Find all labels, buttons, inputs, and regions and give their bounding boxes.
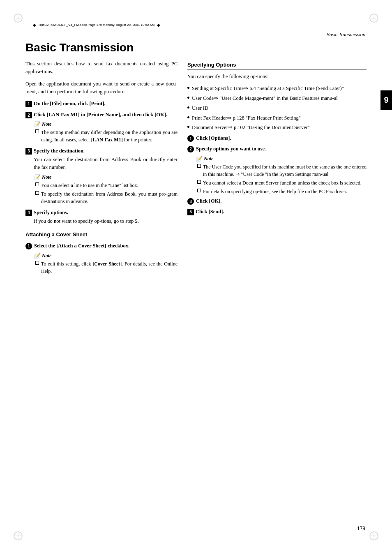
step-2-label: Click [LAN-Fax M1] in [Printer Name], an…: [34, 111, 178, 119]
right-sub-step-3: 3 Click [OK].: [187, 198, 367, 205]
step-3-num: 3: [25, 148, 32, 155]
spec-options-intro: You can specify the following op-tions:: [187, 73, 367, 81]
right-note-item-2-1: The User Code you specified for this mac…: [196, 163, 367, 178]
step-5-num: 5: [187, 209, 194, 215]
left-column: This section describes how to send fax d…: [25, 60, 178, 277]
bullet-item-5: Document Server⇒ p.102 "Us-ing the Docum…: [187, 124, 367, 132]
page-number: 179: [357, 526, 365, 531]
right-sub-step-1-num: 1: [187, 135, 194, 142]
right-sub-step-2: 2 Specify options you want to use.: [187, 145, 367, 153]
cover-sub-step-1: 1 Select the [Attach a Cover Sheet] chec…: [25, 242, 178, 250]
corner-mark-bl: [12, 530, 24, 542]
bullet-item-3: User ID: [187, 104, 367, 112]
note-title-3: 📝 Note: [34, 174, 178, 180]
step-1: 1 On the [File] menu, click [Print].: [25, 100, 178, 108]
bullet-text-4: Print Fax Header⇒ p.128 "Fax Header Prin…: [192, 114, 301, 122]
note-item-3-2: To specify the destination from Address …: [34, 190, 178, 205]
right-sub-step-3-num: 3: [187, 198, 194, 205]
right-note-checkbox-2-1: [197, 164, 201, 168]
cover-sheet-heading: Attaching a Cover Sheet: [25, 231, 178, 239]
bullet-text-5: Document Server⇒ p.102 "Us-ing the Docum…: [192, 124, 310, 132]
step-2: 2 Click [LAN-Fax M1] in [Printer Name], …: [25, 111, 178, 143]
specifying-options-heading: Specifying Options: [187, 62, 367, 69]
intro-p2: Open the application document you want t…: [25, 80, 178, 96]
right-note-checkbox-2-2: [197, 180, 201, 184]
step-2-note: 📝 Note The setting method may differ dep…: [34, 121, 178, 143]
note-item-cs-1: To edit this setting, click [Cover Sheet…: [34, 260, 178, 275]
note-text-cs-1: To edit this setting, click [Cover Sheet…: [41, 260, 178, 275]
right-note-item-2-2: You cannot select a Docu-ment Server fun…: [196, 179, 367, 187]
note-checkbox-cs-1: [35, 261, 39, 265]
step-3-body: You can select the destination from Addr…: [25, 156, 178, 172]
header-meta: ◆ RusC2FaxADEN-F_V4_FM.book Page 179 Mon…: [33, 23, 359, 27]
header-diamond: ◆: [33, 23, 36, 27]
step-2-num: 2: [25, 112, 32, 118]
note-item-3-1: You can select a line to use in the "Lin…: [34, 182, 178, 189]
bullet-dot-4: [187, 116, 189, 118]
note-text-3-2: To specify the destination from Address …: [41, 190, 178, 205]
main-content: Basic Transmission This section describe…: [25, 37, 367, 517]
columns: This section describes how to send fax d…: [25, 60, 367, 277]
step-3: 3 Specify the destination. You can selec…: [25, 148, 178, 205]
right-note-text-2-1: The User Code you specified for this mac…: [203, 163, 367, 178]
bullet-dot-3: [187, 106, 189, 108]
note-text-3-1: You can select a line to use in the "Lin…: [41, 182, 138, 189]
bullet-text-1: Sending at Specific Time⇒ p.4 "Sending a…: [192, 85, 344, 92]
section-tab: 9: [380, 90, 392, 110]
right-note-icon-2: 📝: [196, 156, 202, 162]
right-note-checkbox-2-3: [197, 189, 201, 192]
right-note-2: 📝 Note The User Code you specified for t…: [196, 156, 367, 195]
file-info: RusC2FaxADEN-F_V4_FM.book Page 179 Monda…: [39, 23, 154, 27]
step-3-note: 📝 Note You can select a line to use in t…: [34, 174, 178, 205]
note-label-3: Note: [42, 174, 51, 180]
right-sub-step-1: 1 Click [Options].: [187, 135, 367, 142]
right-note-label-2: Note: [204, 156, 213, 162]
step-3-label: Specify the destination.: [34, 148, 178, 155]
step-4: 4 Specify options. If you do not want to…: [25, 209, 178, 226]
bullet-text-3: User ID: [192, 104, 208, 112]
bullet-dot-1: [187, 87, 189, 89]
intro-p1: This section describes how to send fax d…: [25, 60, 178, 76]
right-sub-step-1-label: Click [Options].: [196, 135, 367, 142]
note-icon-3: 📝: [34, 174, 40, 180]
note-label-cs: Note: [42, 253, 51, 259]
corner-mark-br: [368, 530, 380, 542]
bullet-item-2: User Code⇒ "User Code Magage-ment" in th…: [187, 95, 367, 102]
corner-mark-tr: [368, 12, 380, 24]
step-5-label: Click [Send].: [196, 208, 367, 216]
note-checkbox-3-2: [35, 191, 39, 195]
right-sub-step-3-label: Click [OK].: [196, 198, 367, 205]
footer-bar: [25, 525, 367, 525]
right-note-item-2-3: For details on specifying op-tions, see …: [196, 188, 367, 195]
options-bullet-list: Sending at Specific Time⇒ p.4 "Sending a…: [187, 85, 367, 132]
note-text-2-1: The setting method may differ depending …: [41, 129, 178, 143]
bullet-dot-5: [187, 126, 189, 128]
note-checkbox-3-1: [35, 182, 39, 186]
bullet-item-4: Print Fax Header⇒ p.128 "Fax Header Prin…: [187, 114, 367, 122]
cover-sub-step-1-label: Select the [Attach a Cover Sheet] checkb…: [34, 242, 178, 250]
note-title-cs: 📝 Note: [34, 253, 178, 259]
section-label: Basic Transmission: [326, 32, 365, 37]
step-4-label: Specify options.: [34, 209, 178, 217]
corner-mark-tl: [12, 12, 24, 24]
cover-sheet-note: 📝 Note To edit this setting, click [Cove…: [34, 253, 178, 275]
note-item-2-1: The setting method may differ depending …: [34, 129, 178, 143]
header-diamond2: ◆: [157, 23, 160, 27]
right-column: Specifying Options You can specify the f…: [187, 60, 367, 277]
note-icon-cs: 📝: [34, 253, 40, 259]
note-label-2: Note: [42, 121, 51, 127]
step-1-label: On the [File] menu, click [Print].: [34, 100, 178, 108]
note-icon-2: 📝: [34, 121, 40, 127]
step-4-body: If you do not want to specify op-tions, …: [25, 217, 178, 225]
right-note-title-2: 📝 Note: [196, 156, 367, 162]
bullet-item-1: Sending at Specific Time⇒ p.4 "Sending a…: [187, 85, 367, 92]
step-1-num: 1: [25, 101, 32, 107]
right-sub-step-2-label: Specify options you want to use.: [196, 145, 367, 153]
header-bar: [25, 29, 367, 29]
note-title-2: 📝 Note: [34, 121, 178, 127]
right-sub-step-2-num: 2: [187, 146, 194, 152]
cover-sub-step-1-num: 1: [25, 243, 32, 249]
right-note-text-2-3: For details on specifying op-tions, see …: [203, 188, 347, 195]
step-5: 5 Click [Send].: [187, 208, 367, 216]
note-checkbox-2-1: [35, 129, 39, 133]
